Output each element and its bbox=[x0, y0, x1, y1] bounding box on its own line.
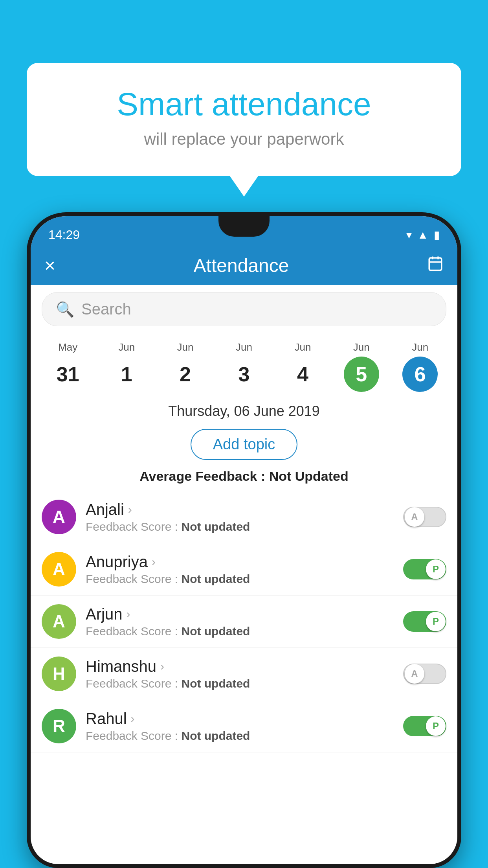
status-icons: ▾ ▲ ▮ bbox=[406, 228, 440, 241]
date-item[interactable]: Jun1 bbox=[97, 341, 156, 392]
toggle-container: A bbox=[403, 507, 446, 527]
date-item[interactable]: Jun6 bbox=[391, 341, 449, 392]
student-item: AArjun ›Feedback Score : Not updatedP bbox=[31, 596, 457, 648]
date-number: 5 bbox=[344, 357, 379, 392]
date-item[interactable]: May31 bbox=[39, 341, 97, 392]
avatar: R bbox=[42, 709, 76, 743]
date-item[interactable]: Jun4 bbox=[273, 341, 332, 392]
phone-frame: 14:29 ▾ ▲ ▮ × Attendance 🔍 Se bbox=[27, 212, 461, 868]
feedback-score: Feedback Score : Not updated bbox=[86, 729, 394, 743]
toggle-container: P bbox=[403, 559, 446, 579]
bubble-title: Smart attendance bbox=[46, 86, 442, 122]
date-month: Jun bbox=[156, 341, 215, 353]
student-name[interactable]: Arjun › bbox=[86, 605, 394, 623]
battery-icon: ▮ bbox=[434, 228, 440, 241]
student-item: AAnupriya ›Feedback Score : Not updatedP bbox=[31, 543, 457, 596]
student-item: HHimanshu ›Feedback Score : Not updatedA bbox=[31, 648, 457, 700]
app-bar-title: Attendance bbox=[55, 255, 427, 276]
student-info: Rahul ›Feedback Score : Not updated bbox=[86, 710, 394, 743]
avatar: A bbox=[42, 552, 76, 587]
svg-rect-0 bbox=[429, 258, 442, 270]
student-name[interactable]: Anupriya › bbox=[86, 553, 394, 571]
student-name[interactable]: Himanshu › bbox=[86, 658, 394, 675]
avg-feedback-value: Not Updated bbox=[269, 469, 349, 484]
feedback-score: Feedback Score : Not updated bbox=[86, 520, 394, 533]
avatar: A bbox=[42, 604, 76, 639]
date-number: 6 bbox=[402, 357, 438, 392]
add-topic-button[interactable]: Add topic bbox=[191, 429, 297, 460]
wifi-icon: ▾ bbox=[406, 228, 412, 241]
toggle-knob: A bbox=[405, 664, 424, 684]
search-icon: 🔍 bbox=[56, 301, 74, 318]
attendance-toggle[interactable]: A bbox=[403, 664, 446, 684]
toggle-knob: P bbox=[426, 612, 446, 631]
toggle-container: P bbox=[403, 716, 446, 736]
attendance-toggle[interactable]: P bbox=[403, 559, 446, 579]
date-month: Jun bbox=[273, 341, 332, 353]
chevron-icon: › bbox=[128, 503, 132, 516]
attendance-toggle[interactable]: A bbox=[403, 507, 446, 527]
feedback-score: Feedback Score : Not updated bbox=[86, 625, 394, 638]
chevron-icon: › bbox=[126, 607, 130, 621]
status-time: 14:29 bbox=[48, 228, 80, 242]
student-list: AAnjali ›Feedback Score : Not updatedAAA… bbox=[31, 491, 457, 752]
date-item[interactable]: Jun5 bbox=[332, 341, 391, 392]
attendance-toggle[interactable]: P bbox=[403, 611, 446, 632]
avatar: H bbox=[42, 657, 76, 691]
search-bar[interactable]: 🔍 Search bbox=[42, 292, 446, 326]
student-item: RRahul ›Feedback Score : Not updatedP bbox=[31, 700, 457, 752]
app-bar: × Attendance bbox=[31, 246, 457, 285]
date-month: May bbox=[39, 341, 97, 353]
date-number: 31 bbox=[50, 357, 86, 392]
signal-icon: ▲ bbox=[417, 229, 428, 241]
date-number: 4 bbox=[285, 357, 320, 392]
chevron-icon: › bbox=[131, 712, 135, 725]
student-item: AAnjali ›Feedback Score : Not updatedA bbox=[31, 491, 457, 543]
phone-screen: 14:29 ▾ ▲ ▮ × Attendance 🔍 Se bbox=[31, 216, 457, 864]
avatar: A bbox=[42, 500, 76, 534]
toggle-container: P bbox=[403, 611, 446, 632]
student-name[interactable]: Anjali › bbox=[86, 501, 394, 519]
chevron-icon: › bbox=[152, 555, 156, 568]
feedback-score: Feedback Score : Not updated bbox=[86, 677, 394, 690]
search-input[interactable]: Search bbox=[81, 300, 131, 318]
date-number: 3 bbox=[226, 357, 262, 392]
speech-bubble: Smart attendance will replace your paper… bbox=[27, 63, 461, 176]
student-info: Himanshu ›Feedback Score : Not updated bbox=[86, 658, 394, 690]
date-month: Jun bbox=[97, 341, 156, 353]
date-month: Jun bbox=[391, 341, 449, 353]
avg-feedback: Average Feedback : Not Updated bbox=[31, 465, 457, 491]
student-info: Anjali ›Feedback Score : Not updated bbox=[86, 501, 394, 533]
date-month: Jun bbox=[332, 341, 391, 353]
avg-feedback-label: Average Feedback : bbox=[139, 469, 269, 484]
date-number: 1 bbox=[109, 357, 144, 392]
toggle-knob: P bbox=[426, 559, 446, 579]
toggle-knob: P bbox=[426, 716, 446, 736]
date-strip: May31Jun1Jun2Jun3Jun4Jun5Jun6 bbox=[31, 333, 457, 396]
toggle-knob: A bbox=[405, 507, 424, 527]
close-button[interactable]: × bbox=[44, 255, 55, 276]
chevron-icon: › bbox=[160, 660, 164, 673]
student-name[interactable]: Rahul › bbox=[86, 710, 394, 728]
date-month: Jun bbox=[215, 341, 273, 353]
phone-notch bbox=[218, 216, 270, 237]
date-item[interactable]: Jun2 bbox=[156, 341, 215, 392]
feedback-score: Feedback Score : Not updated bbox=[86, 572, 394, 586]
toggle-container: A bbox=[403, 664, 446, 684]
date-item[interactable]: Jun3 bbox=[215, 341, 273, 392]
date-number: 2 bbox=[168, 357, 203, 392]
bubble-subtitle: will replace your paperwork bbox=[46, 130, 442, 149]
selected-date-heading: Thursday, 06 June 2019 bbox=[31, 396, 457, 424]
attendance-toggle[interactable]: P bbox=[403, 716, 446, 736]
student-info: Anupriya ›Feedback Score : Not updated bbox=[86, 553, 394, 586]
student-info: Arjun ›Feedback Score : Not updated bbox=[86, 605, 394, 638]
calendar-button[interactable] bbox=[427, 255, 444, 276]
